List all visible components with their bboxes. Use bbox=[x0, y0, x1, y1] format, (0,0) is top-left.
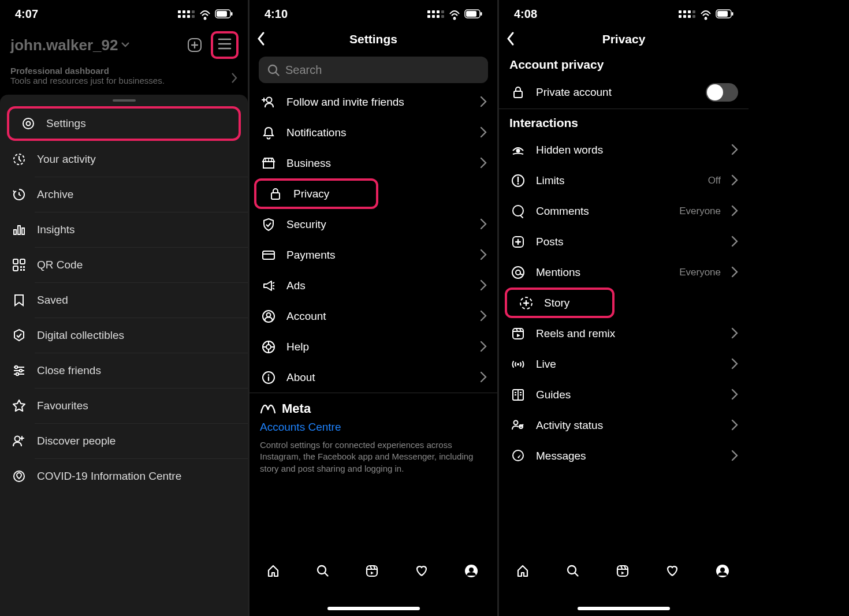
collect-icon bbox=[10, 328, 28, 342]
chevron-right-icon bbox=[732, 390, 738, 400]
settings-icon bbox=[20, 117, 37, 130]
privacy-item-label: Story bbox=[544, 297, 602, 309]
accounts-centre-link[interactable]: Accounts Centre bbox=[260, 421, 487, 434]
reels-tab[interactable] bbox=[612, 561, 635, 584]
privacy-item-value: Off bbox=[708, 175, 721, 186]
home-tab[interactable] bbox=[512, 561, 535, 584]
menu-item-star[interactable]: Favourites bbox=[0, 389, 248, 423]
shield-icon bbox=[260, 218, 277, 232]
privacy-item-live[interactable]: Live bbox=[499, 349, 749, 379]
settings-item-help[interactable]: Help bbox=[250, 331, 497, 362]
menu-item-discover[interactable]: Discover people bbox=[0, 424, 248, 458]
story-icon bbox=[517, 296, 535, 310]
menu-item-label: Saved bbox=[37, 294, 237, 307]
settings-item-ads[interactable]: Ads bbox=[250, 270, 497, 301]
settings-item-info[interactable]: About bbox=[250, 362, 497, 393]
menu-item-qr[interactable]: QR Code bbox=[0, 248, 248, 282]
page-title: Privacy bbox=[602, 32, 646, 46]
discover-icon bbox=[10, 434, 28, 448]
menu-item-label: QR Code bbox=[37, 259, 237, 271]
status-time: 4:07 bbox=[15, 8, 38, 21]
privacy-item-label: Posts bbox=[536, 236, 723, 248]
hidden-icon bbox=[509, 143, 527, 157]
comments-icon bbox=[509, 204, 527, 218]
privacy-item-activity2[interactable]: Activity status bbox=[499, 410, 749, 440]
drag-handle[interactable] bbox=[113, 99, 136, 102]
activity-tab[interactable] bbox=[411, 561, 434, 584]
back-button[interactable] bbox=[258, 33, 266, 46]
settings-item-account[interactable]: Account bbox=[250, 301, 497, 331]
saved-icon bbox=[10, 293, 28, 307]
settings-item-shield[interactable]: Security bbox=[250, 209, 497, 240]
privacy-item-mentions[interactable]: Mentions Everyone bbox=[499, 257, 749, 288]
activity-tab[interactable] bbox=[662, 561, 685, 584]
lock-icon bbox=[267, 187, 284, 201]
reels-tab[interactable] bbox=[362, 561, 385, 584]
settings-item-label: Notifications bbox=[286, 126, 472, 139]
shop-icon bbox=[260, 156, 277, 170]
back-button[interactable] bbox=[507, 33, 515, 46]
privacy-item-guides[interactable]: Guides bbox=[499, 379, 749, 410]
menu-item-collect[interactable]: Digital collectibles bbox=[0, 318, 248, 353]
menu-item-settings[interactable]: Settings bbox=[7, 106, 241, 141]
menu-item-close[interactable]: Close friends bbox=[0, 353, 248, 388]
private-account-toggle[interactable] bbox=[706, 83, 738, 102]
privacy-item-hidden[interactable]: Hidden words bbox=[499, 135, 749, 165]
privacy-item-messages[interactable]: Messages bbox=[499, 440, 749, 471]
menu-item-archive[interactable]: Archive bbox=[0, 177, 248, 212]
account-icon bbox=[260, 309, 277, 323]
chevron-right-icon bbox=[732, 451, 738, 461]
menu-item-saved[interactable]: Saved bbox=[0, 283, 248, 318]
username-button[interactable]: john.walker_92 bbox=[10, 36, 129, 54]
profile-tab[interactable] bbox=[461, 561, 484, 584]
title-bar: Settings bbox=[250, 28, 497, 51]
privacy-item-label: Live bbox=[536, 358, 723, 371]
profile-tab[interactable] bbox=[712, 561, 735, 584]
panel-profile-menu: 4:07 john.walker_92 bbox=[0, 0, 250, 616]
search-icon bbox=[267, 64, 280, 76]
privacy-item-limits[interactable]: Limits Off bbox=[499, 165, 749, 196]
privacy-item-reels[interactable]: Reels and remix bbox=[499, 318, 749, 349]
settings-item-shop[interactable]: Business bbox=[250, 148, 497, 178]
profile-header: john.walker_92 bbox=[0, 28, 248, 64]
menu-list: Settings Your activity Archive Insights … bbox=[0, 106, 248, 494]
panel-settings: 4:10 Settings Search Follow and invite f… bbox=[250, 0, 499, 616]
settings-item-lock[interactable]: Privacy bbox=[254, 178, 378, 209]
privacy-item-label: Guides bbox=[536, 389, 723, 401]
privacy-item-posts[interactable]: Posts bbox=[499, 226, 749, 257]
privacy-item-label: Messages bbox=[536, 450, 723, 462]
home-tab[interactable] bbox=[263, 561, 286, 584]
chevron-right-icon bbox=[732, 267, 738, 278]
private-account-row: Private account bbox=[499, 76, 749, 109]
menu-item-label: Discover people bbox=[37, 435, 237, 447]
menu-item-label: Your activity bbox=[37, 153, 237, 166]
hamburger-icon[interactable] bbox=[218, 37, 232, 51]
menu-item-activity[interactable]: Your activity bbox=[0, 142, 248, 177]
privacy-item-comments[interactable]: Comments Everyone bbox=[499, 196, 749, 226]
search-tab[interactable] bbox=[563, 561, 586, 584]
heart-icon bbox=[665, 564, 682, 580]
menu-item-label: Favourites bbox=[37, 400, 237, 412]
settings-item-follow[interactable]: Follow and invite friends bbox=[250, 87, 497, 117]
battery-icon bbox=[215, 10, 233, 18]
create-post-icon[interactable] bbox=[188, 38, 202, 52]
bell-icon bbox=[260, 126, 277, 140]
chevron-right-icon bbox=[481, 342, 487, 352]
privacy-item-label: Mentions bbox=[536, 266, 670, 279]
settings-item-card[interactable]: Payments bbox=[250, 240, 497, 270]
search-input[interactable]: Search bbox=[259, 57, 488, 83]
privacy-item-story[interactable]: Story bbox=[505, 288, 615, 318]
menu-item-label: Archive bbox=[37, 188, 237, 201]
insights-icon bbox=[10, 223, 28, 237]
settings-item-bell[interactable]: Notifications bbox=[250, 117, 497, 148]
chevron-right-icon bbox=[732, 206, 738, 216]
menu-item-covid[interactable]: COVID-19 Information Centre bbox=[0, 459, 248, 494]
search-tab[interactable] bbox=[312, 561, 336, 584]
pro-dashboard-row[interactable]: Professional dashboard Tools and resourc… bbox=[0, 64, 248, 91]
qr-icon bbox=[10, 258, 28, 272]
menu-item-insights[interactable]: Insights bbox=[0, 212, 248, 247]
action-sheet: Settings Your activity Archive Insights … bbox=[0, 95, 248, 616]
privacy-item-value: Everyone bbox=[679, 267, 721, 278]
chevron-right-icon bbox=[481, 97, 487, 107]
reels-tab-icon bbox=[616, 564, 632, 580]
